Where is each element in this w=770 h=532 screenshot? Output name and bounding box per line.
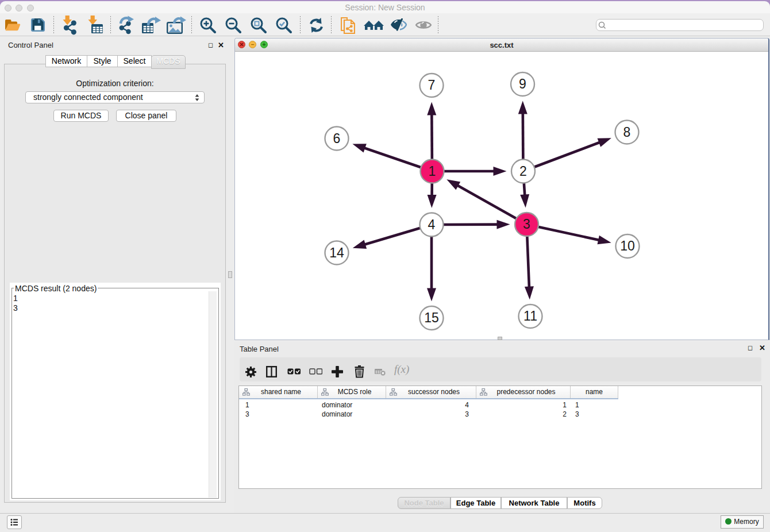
- svg-text:9: 9: [519, 76, 526, 91]
- svg-text:f(x): f(x): [394, 363, 409, 376]
- svg-text:11: 11: [523, 309, 537, 323]
- svg-text:7: 7: [428, 78, 436, 92]
- svg-text:4: 4: [428, 217, 436, 232]
- svg-text:1: 1: [429, 164, 436, 179]
- svg-text:8: 8: [623, 125, 631, 140]
- svg-text:15: 15: [424, 310, 439, 325]
- svg-text:3: 3: [523, 217, 530, 232]
- svg-text:10: 10: [620, 238, 635, 253]
- svg-text:6: 6: [333, 131, 341, 146]
- svg-text:14: 14: [329, 245, 344, 260]
- svg-text:2: 2: [519, 164, 527, 179]
